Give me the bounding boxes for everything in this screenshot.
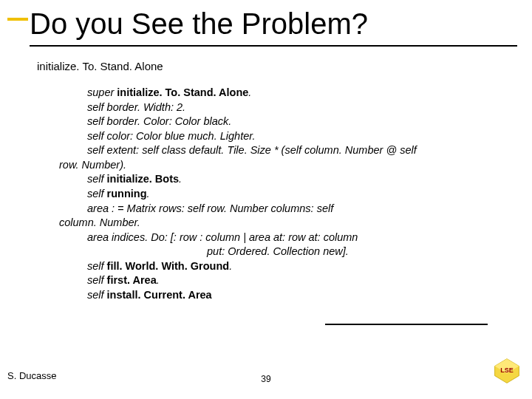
footer: S. Ducasse 39 LSE	[0, 358, 532, 387]
code-text: column. Number.	[59, 216, 502, 231]
code-text: put: Ordered. Collection new].	[59, 245, 502, 259]
code-body: super initialize. To. Stand. Alone. self…	[59, 86, 502, 302]
code-text: super	[87, 86, 117, 98]
code-text: initialize. To. Stand. Alone	[117, 86, 248, 98]
code-text: self border. Width: 2.	[59, 100, 502, 115]
code-text: install. Current. Area	[107, 289, 212, 301]
footer-rule	[325, 324, 488, 325]
code-text: running	[107, 188, 147, 200]
code-text: self	[87, 173, 107, 185]
code-text: self	[87, 188, 107, 200]
method-selector: initialize. To. Stand. Alone	[37, 60, 532, 72]
slide-title: Do you See the Problem?	[30, 7, 517, 47]
code-text: .	[179, 173, 182, 185]
code-text: self	[87, 260, 107, 272]
code-text: .	[147, 188, 150, 200]
code-text: fill. World. With. Ground	[107, 260, 230, 272]
code-text: self color: Color blue much. Lighter.	[59, 129, 502, 144]
title-accent-bar	[7, 18, 28, 21]
code-text: .	[157, 274, 160, 286]
code-text: self extent: self class default. Tile. S…	[59, 143, 502, 158]
title-block: Do you See the Problem?	[0, 0, 532, 47]
code-text: .	[229, 260, 232, 272]
author-label: S. Ducasse	[7, 370, 56, 381]
code-text: self border. Color: Color black.	[59, 115, 502, 129]
code-text: self	[87, 274, 107, 286]
lse-logo-icon: LSE	[492, 358, 522, 384]
code-text: first. Area	[107, 274, 157, 286]
page-number: 39	[261, 374, 270, 384]
code-text: initialize. Bots	[107, 173, 180, 185]
code-text: self	[87, 289, 107, 301]
code-text: row. Number).	[59, 158, 502, 173]
code-text: .	[248, 86, 251, 98]
code-text: area : = Matrix rows: self row. Number c…	[59, 202, 502, 216]
code-text: area indices. Do: [: row : column | area…	[59, 231, 502, 245]
logo-text: LSE	[500, 366, 514, 374]
